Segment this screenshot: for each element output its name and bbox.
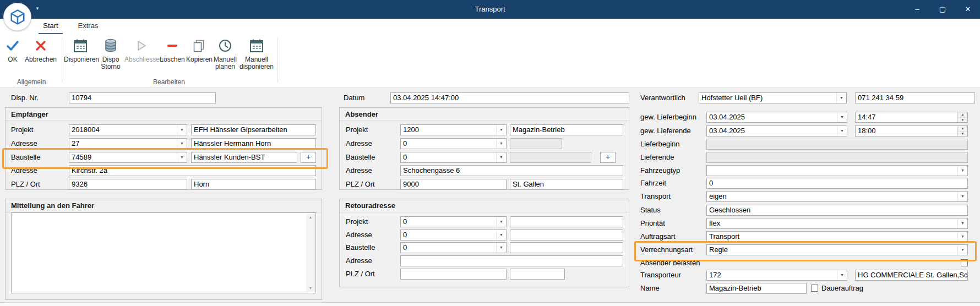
chevron-down-icon[interactable]: ▼ [957,218,967,228]
auftragsart-combo[interactable]: Transport▼ [706,231,968,242]
telefon-field[interactable]: 071 241 34 59 [855,92,975,103]
absender-projekt-label: Projekt [346,124,368,135]
chevron-down-icon[interactable]: ▼ [496,230,506,240]
retour-projekt-combo[interactable]: 0▼ [400,216,507,227]
absender-baustelle-combo[interactable]: 0▼ [400,152,507,163]
gew-lieferbeginn-date-combo[interactable]: 03.04.2025▼ [706,112,847,123]
dauerauftrag-checkbox[interactable] [811,285,818,292]
empfaenger-projekt-name-field[interactable]: EFH Hänssler Gipserarbeiten [191,124,316,135]
transporteur-name-field[interactable]: HG COMMERCIALE St. Gallen,Scho [855,270,968,281]
chevron-down-icon[interactable]: ▼ [836,93,846,103]
spinner-up-icon[interactable]: ▲ [958,112,967,118]
calendar-icon [239,35,274,56]
tab-extras[interactable]: Extras [74,20,102,33]
empfaenger-adresse-name-field[interactable]: Hänssler Hermann Horn [191,138,316,149]
fahrzeit-field[interactable]: 0 [706,178,968,189]
empfaenger-adresse-combo[interactable]: 27▼ [69,138,187,149]
retour-adresse-combo[interactable]: 0▼ [400,230,507,241]
retour-adresse-name-field[interactable] [510,230,623,241]
chevron-down-icon[interactable]: ▼ [177,125,187,135]
lieferende-label: Lieferende [640,152,674,163]
chevron-down-icon[interactable]: ▼ [837,270,847,280]
ribbon-group-bearbeiten: Bearbeiten [64,78,274,86]
empfaenger-ort-field[interactable]: Horn [191,179,316,190]
time-spinner-buttons[interactable]: ▲▼ [957,126,967,136]
empfaenger-baustelle-name-field[interactable]: Hänssler Kunden-BST [191,152,297,163]
spinner-down-icon[interactable]: ▼ [958,132,967,136]
empfaenger-projekt-combo[interactable]: 2018004▼ [69,124,187,135]
gew-lieferbeginn-time-spinner[interactable]: 14:47 ▲▼ [855,112,968,123]
close-button[interactable]: ✕ [956,0,980,19]
absender-strasse-field[interactable]: Schochengasse 6 [400,165,623,176]
maximize-button[interactable]: ▢ [930,0,955,19]
name-field[interactable]: Magazin-Betrieb [706,283,807,294]
retour-plz-ort-label: PLZ / Ort [346,269,375,280]
chevron-down-icon[interactable]: ▼ [957,192,967,201]
gew-lieferende-date-combo[interactable]: 03.04.2025▼ [706,125,847,136]
absender-projekt-name-field[interactable]: Magazin-Betrieb [510,124,623,135]
group-divider [340,121,629,121]
disp-nr-label: Disp. Nr. [11,92,39,103]
chevron-down-icon[interactable]: ▼ [957,166,967,176]
chevron-down-icon[interactable]: ▼ [496,217,506,227]
absender-adresse-label: Adresse [346,138,372,149]
prioritaet-combo[interactable]: flex▼ [706,218,968,229]
empfaenger-baustelle-label: Baustelle [11,152,40,163]
absender-adresse-name-field [510,138,562,149]
scrollbar-up-icon[interactable]: ▲ [306,214,315,221]
empfaenger-strasse-label: Adresse [11,165,37,176]
tab-start[interactable]: Start [39,20,63,34]
chevron-down-icon[interactable]: ▼ [496,152,506,162]
chevron-down-icon[interactable]: ▼ [837,112,847,122]
disp-nr-field[interactable]: 10794 [69,92,216,103]
mitteilung-textarea[interactable]: ▲ ▼ [11,212,316,293]
retour-baustelle-name-field[interactable] [510,242,623,253]
empfaenger-strasse-field[interactable]: Kirchstr. 2a [69,165,316,176]
time-spinner-buttons[interactable]: ▲▼ [957,112,967,122]
chevron-down-icon[interactable]: ▼ [496,125,506,135]
verantwortlich-label: Verantwortlich [640,92,685,103]
minimize-button[interactable]: – [905,0,929,19]
empfaenger-baustelle-combo[interactable]: 74589▼ [69,152,187,163]
retour-baustelle-label: Baustelle [346,242,375,253]
chevron-down-icon[interactable]: ▼ [496,139,506,149]
chevron-down-icon[interactable]: ▼ [957,245,967,255]
spinner-down-icon[interactable]: ▼ [958,118,967,123]
memo-scrollbar[interactable]: ▲ ▼ [306,214,315,292]
datum-field[interactable]: 03.04.2025 14:47:00 [390,92,629,103]
gew-lieferbeginn-label: gew. Lieferbeginn [640,112,696,123]
spinner-up-icon[interactable]: ▲ [958,126,967,132]
retour-projekt-name-field[interactable] [510,216,623,227]
absender-strasse-label: Adresse [346,165,372,176]
chevron-down-icon[interactable]: ▼ [177,152,187,162]
retour-ort-field[interactable] [510,269,565,280]
chevron-down-icon[interactable]: ▼ [837,126,847,136]
dauerauftrag-label: Dauerauftrag [821,283,863,294]
app-logo[interactable] [3,3,31,31]
chevron-down-icon[interactable]: ▼ [177,139,187,149]
verrechnungsart-combo[interactable]: Regie▼ [706,244,968,255]
gew-lieferende-time-spinner[interactable]: 18:00 ▲▼ [855,125,968,136]
absender-belasten-checkbox[interactable] [961,259,968,266]
chevron-down-icon[interactable]: ▼ [957,232,967,242]
retour-baustelle-combo[interactable]: 0▼ [400,242,507,253]
absender-adresse-combo[interactable]: 0▼ [400,138,507,149]
scrollbar-down-icon[interactable]: ▼ [306,285,315,292]
fahrzeugtyp-combo[interactable]: ▼ [706,165,968,176]
absender-plz-field[interactable]: 9000 [400,179,507,190]
transport-combo[interactable]: eigen▼ [706,191,968,202]
retouradresse-group-title: Retouradresse [345,201,395,210]
absender-baustelle-add-button[interactable]: + [600,152,616,163]
retour-projekt-label: Projekt [346,216,368,227]
absender-projekt-combo[interactable]: 1200▼ [400,124,507,135]
mitteilung-group-title: Mitteilung an den Fahrer [11,201,94,210]
verantwortlich-combo[interactable]: Hofstetter Ueli (BF) ▼ [699,92,847,103]
retour-strasse-field[interactable] [400,255,623,266]
empfaenger-plz-field[interactable]: 9326 [69,179,187,190]
empfaenger-baustelle-add-button[interactable]: + [301,152,316,163]
chevron-down-icon[interactable]: ▼ [496,243,506,253]
retour-plz-field[interactable] [400,269,507,280]
absender-ort-field[interactable]: St. Gallen [510,179,623,190]
transporteur-combo[interactable]: 172▼ [706,270,847,281]
cube-logo-icon [9,9,26,25]
